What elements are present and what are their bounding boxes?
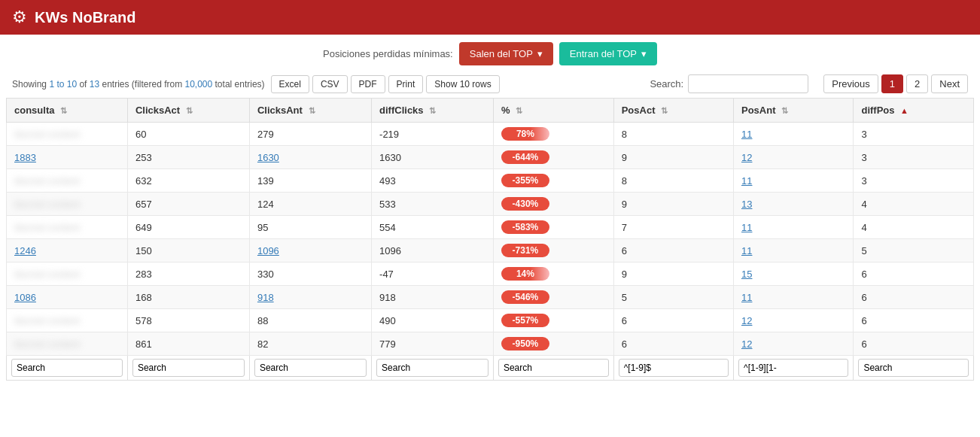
footer-clicksact[interactable] — [127, 356, 249, 381]
footer-search-posact[interactable] — [619, 359, 729, 377]
table-row: 1086168918918-546%5116 — [7, 286, 974, 309]
excel-button[interactable]: Excel — [271, 75, 309, 93]
previous-button[interactable]: Previous — [823, 74, 878, 93]
app-header: ⚙ KWs NoBrand — [0, 0, 980, 35]
search-input[interactable] — [688, 74, 808, 93]
dropdown-arrow-icon: ▾ — [537, 48, 543, 59]
cell-pct: 78% — [493, 123, 613, 146]
cell-diffpos: 3 — [854, 146, 974, 169]
app-title: KWs NoBrand — [35, 9, 135, 26]
cell-pct: -583% — [493, 216, 613, 239]
footer-consulta[interactable] — [7, 356, 128, 381]
table-row: 188325316301630-644%9123 — [7, 146, 974, 169]
footer-pct[interactable] — [493, 356, 613, 381]
cell-posant: 12 — [734, 146, 854, 169]
table-row: blurred content632139493-355%8113 — [7, 169, 974, 193]
table-footer-row — [7, 356, 974, 381]
cell-clicksact: 649 — [127, 216, 249, 239]
cell-diffclicks: 533 — [372, 193, 494, 216]
footer-clicksant[interactable] — [249, 356, 371, 381]
cell-consulta: blurred content — [7, 123, 128, 146]
dropdown-arrow-icon: ▾ — [641, 48, 647, 59]
cell-clicksact: 253 — [127, 146, 249, 169]
col-diffpos[interactable]: diffPos ▲ — [854, 99, 974, 123]
cell-consulta: blurred content — [7, 193, 128, 216]
table-row: blurred content657124533-430%9134 — [7, 193, 974, 216]
table-header-row: consulta ⇅ ClicksAct ⇅ ClicksAnt ⇅ diffC… — [7, 99, 974, 123]
cell-clicksant: 279 — [249, 123, 371, 146]
cell-posant: 12 — [734, 309, 854, 332]
subtoolbar: Showing 1 to 10 of 13 entries (filtered … — [0, 73, 980, 98]
cell-posant: 11 — [734, 169, 854, 193]
top-toolbar: Posiciones perdidas mínimas: Salen del T… — [0, 35, 980, 73]
col-pct[interactable]: % ⇅ — [493, 99, 613, 123]
footer-diffpos[interactable] — [854, 356, 974, 381]
footer-posact[interactable] — [613, 356, 733, 381]
col-posant[interactable]: PosAnt ⇅ — [734, 99, 854, 123]
cell-clicksact: 632 — [127, 169, 249, 193]
cell-posant: 11 — [734, 239, 854, 263]
cell-clicksant: 1630 — [249, 146, 371, 169]
cell-diffpos: 3 — [854, 169, 974, 193]
posiciones-label: Posiciones perdidas mínimas: — [323, 48, 453, 59]
cell-clicksant: 95 — [249, 216, 371, 239]
search-area: Search: — [650, 74, 808, 93]
cell-diffpos: 5 — [854, 239, 974, 263]
col-posact[interactable]: PosAct ⇅ — [613, 99, 733, 123]
csv-button[interactable]: CSV — [312, 75, 348, 93]
cell-posact: 6 — [613, 309, 733, 332]
app-icon: ⚙ — [12, 8, 27, 27]
cell-diffpos: 6 — [854, 263, 974, 286]
page-2-button[interactable]: 2 — [906, 74, 928, 93]
footer-search-clicksact[interactable] — [132, 359, 245, 377]
cell-pct: -355% — [493, 169, 613, 193]
page-1-button[interactable]: 1 — [881, 74, 903, 93]
cell-clicksact: 60 — [127, 123, 249, 146]
cell-pct: -950% — [493, 332, 613, 356]
cell-diffpos: 4 — [854, 193, 974, 216]
show-rows-button[interactable]: Show 10 rows — [426, 75, 499, 93]
cell-consulta: blurred content — [7, 309, 128, 332]
print-button[interactable]: Print — [388, 75, 424, 93]
cell-diffpos: 6 — [854, 332, 974, 356]
cell-clicksact: 657 — [127, 193, 249, 216]
col-consulta[interactable]: consulta ⇅ — [7, 99, 128, 123]
cell-diffpos: 3 — [854, 123, 974, 146]
footer-search-posant[interactable] — [738, 359, 848, 377]
entran-del-top-button[interactable]: Entran del TOP ▾ — [559, 42, 657, 65]
cell-posact: 9 — [613, 263, 733, 286]
cell-clicksact: 150 — [127, 239, 249, 263]
cell-clicksant: 918 — [249, 286, 371, 309]
cell-diffclicks: 1096 — [372, 239, 494, 263]
cell-posant: 11 — [734, 286, 854, 309]
salen-del-top-button[interactable]: Salen del TOP ▾ — [459, 42, 553, 65]
cell-clicksant: 1096 — [249, 239, 371, 263]
col-clicksact[interactable]: ClicksAct ⇅ — [127, 99, 249, 123]
table-row: blurred content57888490-557%6126 — [7, 309, 974, 332]
footer-posant[interactable] — [734, 356, 854, 381]
footer-search-consulta[interactable] — [11, 359, 123, 377]
cell-diffpos: 4 — [854, 216, 974, 239]
cell-consulta: 1246 — [7, 239, 128, 263]
cell-posant: 12 — [734, 332, 854, 356]
data-table-container: consulta ⇅ ClicksAct ⇅ ClicksAnt ⇅ diffC… — [0, 98, 980, 381]
cell-pct: -644% — [493, 146, 613, 169]
col-clicksant[interactable]: ClicksAnt ⇅ — [249, 99, 371, 123]
footer-diffclicks[interactable] — [372, 356, 494, 381]
next-button[interactable]: Next — [931, 74, 968, 93]
footer-search-clicksant[interactable] — [254, 359, 367, 377]
footer-search-diffclicks[interactable] — [376, 359, 488, 377]
cell-diffclicks: 1630 — [372, 146, 494, 169]
showing-text: Showing 1 to 10 of 13 entries (filtered … — [12, 79, 265, 90]
cell-consulta: 1883 — [7, 146, 128, 169]
footer-search-pct[interactable] — [498, 359, 609, 377]
footer-search-diffpos[interactable] — [858, 359, 969, 377]
cell-posact: 9 — [613, 146, 733, 169]
cell-clicksant: 124 — [249, 193, 371, 216]
cell-diffclicks: -219 — [372, 123, 494, 146]
cell-posact: 8 — [613, 123, 733, 146]
cell-posant: 13 — [734, 193, 854, 216]
pdf-button[interactable]: PDF — [351, 75, 385, 93]
col-diffclicks[interactable]: diffClicks ⇅ — [372, 99, 494, 123]
data-table: consulta ⇅ ClicksAct ⇅ ClicksAnt ⇅ diffC… — [6, 98, 974, 381]
